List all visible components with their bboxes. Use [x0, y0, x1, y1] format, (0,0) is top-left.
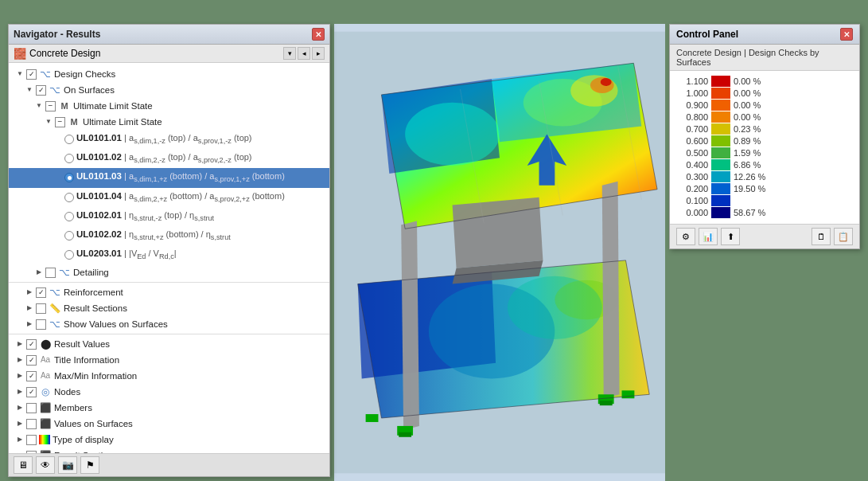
legend-value: 1.100 [676, 76, 708, 86]
legend-color [711, 135, 730, 147]
checkbox-uls-top[interactable] [45, 101, 56, 111]
ul0102-01-label: UL0102.01 | ηs,strut,-z (top) / ηs,strut [76, 208, 214, 225]
result-values-label: Result Values [54, 337, 110, 351]
navigator-title: Navigator - Results [14, 29, 100, 40]
tree-item-result-sections2[interactable]: ▶ ⬛ Result Sections [9, 448, 329, 453]
tree-item-values-surfaces[interactable]: ▶ ⬛ Values on Surfaces [9, 416, 329, 432]
radio-ul0101-02[interactable] [64, 154, 74, 163]
expand-icon: ▼ [44, 117, 53, 127]
control-close-btn[interactable]: ✕ [840, 28, 853, 41]
radio-ul0102-01[interactable] [64, 212, 74, 221]
tree-item-design-checks[interactable]: ▼ ⌥ Design Checks [9, 66, 329, 82]
next-button[interactable]: ▸ [312, 47, 325, 60]
tree-item-nodes[interactable]: ▶ ◎ Nodes [9, 384, 329, 400]
checkbox-design-checks[interactable] [26, 69, 37, 80]
legend-color [711, 147, 730, 158]
display-tool-btn[interactable]: 🖥 [14, 456, 33, 474]
checkbox-reinforcement[interactable] [36, 287, 46, 298]
spacer: ▶ [53, 135, 63, 144]
close-button[interactable]: ✕ [312, 28, 325, 41]
tree-item-result-sections[interactable]: ▶ 📏 Result Sections [9, 300, 329, 316]
settings-btn[interactable]: ⚙ [676, 228, 695, 245]
design-checks-label: Design Checks [54, 67, 115, 81]
camera-tool-btn[interactable]: 📷 [58, 456, 77, 474]
checkbox-nodes[interactable] [26, 387, 37, 397]
tree-item-uls-top[interactable]: ▼ M Ultimate Limit State [9, 98, 329, 114]
tree-item-ul0102-01[interactable]: ▶ UL0102.01 | ηs,strut,-z (top) / ηs,str… [9, 207, 329, 226]
ul0101-01-label: UL0101.01 | as,dim,1,-z (top) / as,prov,… [76, 131, 252, 148]
tree-item-detailing[interactable]: ▶ ⌥ Detailing [9, 264, 329, 280]
checkbox-uls-sub[interactable] [55, 117, 65, 127]
eye-tool-btn[interactable]: 👁 [36, 456, 55, 474]
member-icon: ⬛ [39, 401, 52, 414]
radio-ul0203-01[interactable] [64, 250, 74, 260]
tree-item-ul0102-02[interactable]: ▶ UL0102.02 | ηs,strut,+z (bottom) / ηs,… [9, 226, 329, 245]
title-info-label: Title Information [54, 353, 119, 367]
checkbox-type-display[interactable] [26, 435, 37, 445]
export-btn[interactable]: ⬆ [721, 228, 740, 245]
expand-icon: ▶ [15, 419, 25, 428]
checkbox-result-sections[interactable] [36, 303, 46, 314]
svg-marker-17 [602, 182, 620, 398]
checkbox-result-values[interactable] [26, 339, 37, 350]
legend-container: 1.1000.00 %1.0000.00 %0.9000.00 %0.8000.… [670, 71, 859, 224]
module-dropdown[interactable]: 🧱 Concrete Design [14, 48, 100, 60]
hierarchy-icon: ⌥ [49, 286, 61, 299]
tree-item-result-values[interactable]: ▶ ⬤ Result Values [9, 336, 329, 352]
checkbox-members[interactable] [26, 403, 37, 413]
tree-item-ul0101-03[interactable]: ▶ UL0101.03 | as,dim,1,+z (bottom) / as,… [9, 168, 329, 187]
result-sections-label: Result Sections [64, 301, 127, 315]
checkbox-values-surfaces[interactable] [26, 419, 37, 429]
tree-item-uls-sub[interactable]: ▼ M Ultimate Limit State [9, 114, 329, 130]
tree-item-type-display[interactable]: ▶ Type of display [9, 432, 329, 448]
checkbox-title-info[interactable] [26, 355, 37, 366]
nodes-label: Nodes [54, 385, 80, 399]
tree-item-members[interactable]: ▶ ⬛ Members [9, 400, 329, 416]
legend-value: 0.400 [676, 160, 708, 170]
dropdown-arrow[interactable]: ▾ [283, 47, 296, 60]
legend-row: 0.7000.23 % [676, 123, 853, 135]
spacer: ▶ [53, 250, 63, 260]
expand-icon: ▶ [15, 387, 25, 397]
expand-icon: ▶ [15, 435, 25, 444]
prev-button[interactable]: ◂ [298, 47, 310, 60]
dot-icon: ⬤ [39, 338, 52, 350]
tree-item-show-values[interactable]: ▶ ⌥ Show Values on Surfaces [9, 316, 329, 332]
navigator-titlebar: Navigator - Results ✕ [9, 25, 329, 45]
checkbox-show-values[interactable] [36, 319, 46, 330]
control-subtitle: Concrete Design | Design Checks by Surfa… [670, 45, 859, 71]
flag-tool-btn[interactable]: ⚑ [80, 456, 99, 474]
checkbox-result-sections2[interactable] [26, 451, 37, 453]
expand-icon: ▶ [15, 355, 25, 365]
tree-item-ul0101-04[interactable]: ▶ UL0101.04 | as,dim,2,+z (bottom) / as,… [9, 188, 329, 207]
legend-value: 0.900 [676, 100, 708, 110]
tree-item-ul0101-02[interactable]: ▶ UL0101.02 | as,dim,2,-z (top) / as,pro… [9, 149, 329, 168]
stats-btn[interactable]: 📊 [699, 228, 718, 245]
tool-btn-2[interactable]: 📋 [834, 228, 853, 245]
legend-percent: 12.26 % [734, 172, 769, 182]
M-icon: M [68, 115, 80, 128]
radio-ul0101-01[interactable] [64, 135, 74, 144]
tree-item-reinforcement[interactable]: ▶ ⌥ Reinforcement [9, 284, 329, 300]
legend-color [711, 207, 730, 218]
tree-item-maxmin-info[interactable]: ▶ Aa Max/Min Information [9, 368, 329, 384]
tree-item-on-surfaces[interactable]: ▼ ⌥ On Surfaces [9, 82, 329, 98]
tree-item-title-info[interactable]: ▶ Aa Title Information [9, 352, 329, 368]
surface-icon: ⬛ [39, 417, 52, 430]
checkbox-detailing[interactable] [45, 268, 56, 278]
navigator-panel: Navigator - Results ✕ 🧱 Concrete Design … [8, 24, 330, 477]
legend-row: 0.6000.89 % [676, 135, 853, 147]
tool-btn-1[interactable]: 🗒 [812, 228, 831, 245]
legend-row: 1.1000.00 % [676, 76, 853, 87]
tree-item-ul0101-01[interactable]: ▶ UL0101.01 | as,dim,1,-z (top) / as,pro… [9, 130, 329, 149]
radio-ul0101-03[interactable] [64, 173, 74, 182]
legend-percent: 19.50 % [734, 184, 769, 194]
ul0101-02-label: UL0101.02 | as,dim,2,-z (top) / as,prov,… [76, 150, 252, 167]
reinforcement-label: Reinforcement [64, 285, 123, 299]
checkbox-on-surfaces[interactable] [36, 85, 46, 96]
radio-ul0102-02[interactable] [64, 231, 74, 240]
radio-ul0101-04[interactable] [64, 193, 74, 202]
tree-item-ul0203-01[interactable]: ▶ UL0203.01 | |VEd / VRd,c| [9, 245, 329, 264]
legend-color [711, 159, 730, 170]
checkbox-maxmin-info[interactable] [26, 371, 37, 381]
